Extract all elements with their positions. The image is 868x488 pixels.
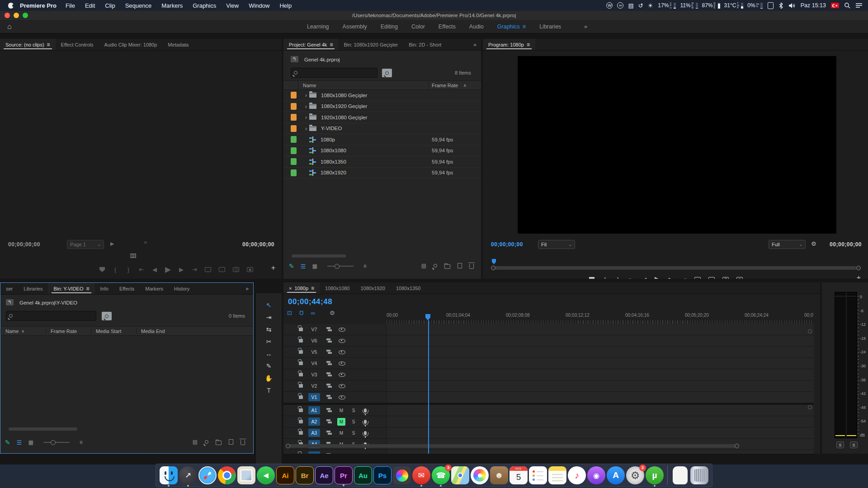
dock-app[interactable] [218,466,236,484]
menu-item[interactable]: File [66,2,75,9]
panel-tab[interactable]: Program: 1080p ≡ [483,39,535,50]
dock-app[interactable]: ↗ [179,466,197,484]
footer-action-icon[interactable]: ▤ [421,263,426,269]
dock-app[interactable]: 2 ⚙ [626,466,644,484]
timeline-toolbar-icon[interactable]: ⊡ [287,310,292,316]
dock-app[interactable]: Ai [276,466,294,484]
table-row[interactable]: › 868x488 Geçişler [283,112,481,123]
solo-right-channel-button[interactable]: S [850,441,858,448]
label-color-chip[interactable] [291,114,297,121]
table-row[interactable]: 1080x1080 59,94 fps [283,145,481,157]
audio-track-row[interactable]: A5 M S [283,450,814,454]
toggle-track-output-eye-icon[interactable] [339,361,345,366]
workspace-overflow-chevron[interactable]: » [584,23,587,30]
track-lock-icon[interactable] [299,384,303,388]
footer-action-icon[interactable] [458,263,462,268]
transport-button[interactable]: { [602,276,608,279]
footer-tool-icon[interactable]: ▦ [28,439,33,446]
sync-lock-icon[interactable] [326,327,332,332]
expand-caret-icon[interactable]: › [303,114,309,121]
system-stat[interactable]: 11% MEM [680,2,698,9]
footer-action-icon[interactable] [444,264,450,269]
table-row[interactable]: › 488x868 Geçişler [283,101,481,113]
timeline-toolbar-icon[interactable]: Ω [299,310,304,316]
audio-track-row[interactable]: A1 M S [283,405,814,416]
track-target-button[interactable]: A3 [308,429,320,437]
search-input[interactable] [13,313,93,319]
vertical-scroll-handle[interactable] [808,329,812,333]
dock-app[interactable]: µ [646,466,664,484]
audio-track-row[interactable]: A3 M S [283,427,814,439]
menu-item[interactable]: Graphics [193,2,216,9]
tray-utility-icon[interactable]: ↺ [638,2,643,9]
voiceover-record-mic-icon[interactable] [364,431,367,435]
footer-tool-icon[interactable]: ☰ [17,439,22,446]
tool-button[interactable]: ✋ [265,375,273,381]
column-header-name[interactable]: Name [303,83,316,88]
track-lock-icon[interactable] [299,373,303,376]
track-lock-icon[interactable] [299,431,303,435]
expand-caret-icon[interactable]: › [303,103,309,110]
horizontal-scrollbar[interactable] [292,254,346,258]
footer-tool-icon[interactable] [43,442,70,443]
navigate-up-icon[interactable]: ↰ [6,299,14,305]
dock-app[interactable]: A [607,466,625,484]
expand-caret-icon[interactable]: › [303,125,309,132]
transport-button[interactable]: ▶ [668,276,674,279]
scrollbar-right-handle[interactable] [856,266,861,270]
item-name[interactable]: 1080p [321,137,335,142]
tray-utility-icon[interactable]: W [606,2,613,9]
button-editor-add[interactable]: + [857,274,861,279]
dock-app[interactable]: ♪ [568,466,586,484]
tab-menu-icon[interactable]: ≡ [311,285,314,291]
track-target-button[interactable]: V1 [308,393,320,401]
dock-app[interactable] [548,466,566,484]
workspace-tab[interactable]: Libraries [539,23,561,30]
search-input[interactable] [297,70,374,76]
video-track-row[interactable]: V4 [283,358,814,369]
workspace-tab[interactable]: Learning [307,23,329,30]
display-icon[interactable] [768,2,774,9]
panel-tab[interactable]: Bin: 2D - Short [403,39,447,50]
video-track-row[interactable]: V3 [283,369,814,380]
playhead-line[interactable] [428,320,429,454]
dock-app[interactable]: ☻ [490,466,508,484]
navigate-up-icon[interactable]: ↰ [291,56,298,62]
tab-menu-icon[interactable]: ≡ [527,42,530,48]
video-track-row[interactable]: V7 [283,324,814,335]
transport-button[interactable]: ◀ [642,276,647,279]
dock-app[interactable] [393,466,411,484]
sync-lock-icon[interactable] [326,395,332,399]
timeline-zoom-scrollbar[interactable] [289,444,736,448]
track-target-button[interactable]: A1 [308,406,320,414]
scrollbar-left-handle[interactable] [286,444,290,448]
video-track-row[interactable]: V5 [283,347,814,358]
workspace-tab[interactable]: Assembly [343,23,367,30]
tray-utility-icon[interactable]: ▤ [628,2,633,9]
tab-menu-icon[interactable]: ≡ [330,42,333,48]
dock-app[interactable]: NİS 5 [509,466,528,484]
track-target-button[interactable]: V4 [308,359,320,367]
workspace-tab[interactable]: Color [411,23,425,30]
solo-left-channel-button[interactable]: S [836,441,844,448]
sync-lock-icon[interactable] [326,338,332,343]
track-target-button[interactable]: V3 [308,371,320,379]
table-row[interactable]: › 1080x1080 Geçişler [283,90,481,101]
project-search-box[interactable] [291,68,377,78]
mute-track-button[interactable]: M [337,429,345,437]
transport-button[interactable]: ↓ [708,277,715,279]
sync-lock-icon[interactable] [326,419,332,424]
panel-overflow-chevron[interactable]: » [241,283,253,294]
vertical-scroll-handle[interactable] [808,405,812,409]
item-name[interactable]: Y-VIDEO [321,126,342,131]
footer-tool-icon[interactable]: ▦ [312,263,317,269]
project-table-header[interactable]: Name Frame Rate ∧ [283,80,481,90]
table-row[interactable]: 1080x1350 59,94 fps [283,156,481,168]
label-color-chip[interactable] [291,92,297,99]
monitor-zoom-scrollbar[interactable] [494,266,856,270]
sequence-tab[interactable]: × 1080p ≡ [283,282,320,294]
transport-button[interactable]: ↓ [219,267,225,272]
menu-item[interactable]: Markers [161,2,183,9]
panel-tab[interactable]: History [169,283,195,294]
timeline-toolbar-icon[interactable]: ⚙ [330,310,335,316]
